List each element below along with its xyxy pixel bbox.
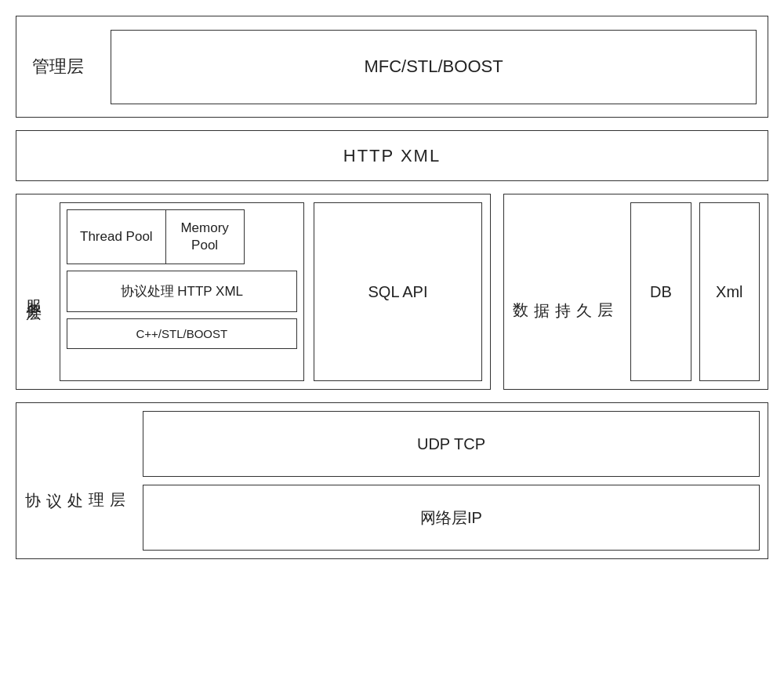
sql-api-text: SQL API [368, 283, 428, 301]
thread-memory-row: Thread Pool MemoryPool [67, 209, 297, 264]
cpp-box: C++/STL/BOOST [67, 318, 297, 349]
udp-tcp-text: UDP TCP [417, 435, 485, 453]
udp-tcp-box: UDP TCP [143, 411, 760, 477]
memory-pool-box: MemoryPool [166, 209, 245, 264]
network-text: 网络层IP [420, 507, 482, 529]
cpp-text: C++/STL/BOOST [136, 327, 227, 340]
http-content: HTTP XML [16, 138, 768, 174]
diagram-container: 管理层 MFC/STL/BOOST HTTP XML 服务层 Th [16, 16, 768, 559]
mfc-text: MFC/STL/BOOST [364, 56, 503, 77]
service-left-box: Thread Pool MemoryPool 协议处理 HTTP XML C++… [60, 202, 304, 381]
protocol-layer: 协议处理层 UDP TCP 网络层IP [16, 402, 768, 559]
protocol-content: UDP TCP 网络层IP [135, 403, 768, 558]
mfc-box: MFC/STL/BOOST [111, 30, 757, 104]
data-layer: 数据持久层 DB Xml [503, 194, 768, 390]
thread-pool-box: Thread Pool [67, 209, 166, 264]
xml-box: Xml [699, 202, 760, 381]
memory-pool-text: MemoryPool [180, 220, 228, 254]
service-combined: Thread Pool MemoryPool 协议处理 HTTP XML C++… [52, 194, 490, 389]
protocol-http-text: 协议处理 HTTP XML [121, 282, 243, 300]
db-box: DB [630, 202, 691, 381]
service-row: 服务层 Thread Pool MemoryPool 协议处理 HTTP XML [16, 194, 768, 390]
management-content: MFC/STL/BOOST [100, 16, 768, 117]
service-label: 服务层 [16, 194, 52, 389]
data-boxes: DB Xml [622, 194, 768, 389]
xml-text: Xml [716, 283, 742, 301]
http-xml-text: HTTP XML [343, 146, 441, 166]
db-text: DB [650, 283, 672, 301]
sql-api-box: SQL API [314, 202, 483, 381]
management-label: 管理层 [16, 16, 100, 117]
thread-pool-text: Thread Pool [80, 229, 153, 245]
service-layer: 服务层 Thread Pool MemoryPool 协议处理 HTTP XML [16, 194, 491, 390]
data-label: 数据持久层 [504, 194, 622, 389]
http-layer: HTTP XML [16, 130, 768, 181]
management-layer: 管理层 MFC/STL/BOOST [16, 16, 768, 118]
protocol-http-box: 协议处理 HTTP XML [67, 271, 297, 312]
protocol-label: 协议处理层 [16, 403, 135, 558]
network-box: 网络层IP [143, 485, 760, 551]
